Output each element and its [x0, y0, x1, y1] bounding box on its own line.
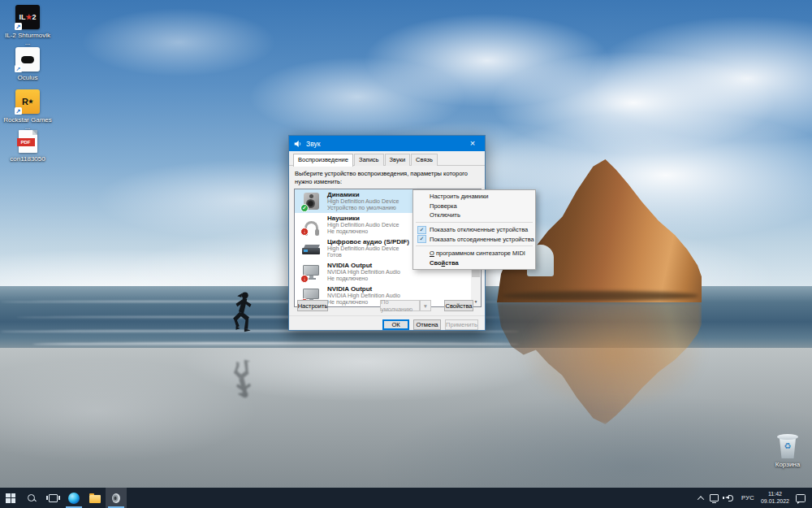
tray-chevron-up-icon[interactable] [698, 496, 704, 502]
menu-item-label: Свойства [430, 259, 459, 267]
set-default-dropdown-icon[interactable]: ▾ [420, 300, 431, 311]
taskbar-search-button[interactable] [21, 488, 42, 508]
headphones-device-icon: ↓ [295, 213, 327, 237]
task-view-button[interactable] [42, 488, 63, 508]
il2-star-icon: ★ [25, 13, 32, 21]
desktop: IL★2 ↗ IL-2 Shturmovik ... ↗ Oculus R★ ↗… [0, 0, 812, 508]
instruction-text: Выберите устройство воспроизведения, пар… [295, 170, 479, 186]
device-desc: NVIDIA High Definition Audio [327, 269, 400, 276]
runner-reflection [228, 346, 259, 400]
shortcut-arrow-icon: ↗ [15, 65, 22, 72]
menu-item-label: Отключить [430, 211, 460, 219]
pdf-badge: PDF [17, 138, 35, 146]
device-name: Наушники [327, 215, 399, 222]
il2-tile-text2: 2 [32, 13, 37, 21]
pdf-file-icon: PDF [19, 130, 37, 153]
disconnected-badge-icon: ↓ [300, 275, 309, 283]
desktop-icon-oculus[interactable]: ↗ Oculus [2, 47, 53, 81]
taskbar: РУС 11:42 09.01.2022 [0, 488, 812, 508]
desktop-icon-il2[interactable]: IL★2 ↗ IL-2 Shturmovik ... [2, 5, 53, 46]
monitor-device-icon: ↓ [295, 260, 327, 284]
menu-separator [416, 245, 533, 246]
il2-tile-text: IL [19, 13, 25, 21]
menu-item-label: Проверка [430, 202, 457, 210]
tab-communications[interactable]: Связь [411, 154, 438, 166]
ok-button[interactable]: ОК [382, 319, 409, 330]
tab-playback[interactable]: Воспроизведение [293, 154, 353, 167]
menu-item-properties[interactable]: Свойства [414, 258, 534, 268]
page-fold-icon [32, 130, 37, 135]
device-context-menu: Настроить динамики Проверка Отключить ✓ … [412, 189, 536, 270]
device-info: NVIDIA Output NVIDIA High Definition Aud… [327, 260, 400, 282]
menu-gutter: ✓ [414, 235, 430, 243]
bin-lid [777, 434, 798, 440]
desktop-icon-label: Корзина [762, 461, 812, 468]
device-desc: High Definition Audio Device [327, 245, 409, 252]
start-button[interactable] [0, 488, 21, 508]
menu-item-test[interactable]: Проверка [414, 202, 534, 211]
sound-window-icon [110, 492, 123, 505]
menu-item-label: Настроить динамики [430, 193, 488, 200]
windows-logo-icon [6, 493, 15, 503]
language-indicator[interactable]: РУС [741, 494, 754, 501]
taskbar-item-edge[interactable] [63, 488, 84, 508]
network-icon[interactable] [710, 494, 719, 501]
action-center-icon[interactable] [796, 494, 806, 502]
desktop-icon-rockstar[interactable]: R★ ↗ Rockstar Games ... [2, 89, 53, 131]
speaker-icon [294, 140, 302, 148]
menu-item-label: О программном синтезаторе MIDI [430, 250, 525, 257]
volume-icon[interactable] [725, 493, 735, 502]
taskbar-item-sound[interactable] [106, 488, 127, 508]
apply-button[interactable]: Применить [445, 319, 478, 330]
system-tray: РУС 11:42 09.01.2022 [698, 488, 812, 508]
rock-waterline-shadow [502, 291, 698, 301]
desktop-icon-recycle-bin[interactable]: ♻ Корзина [762, 434, 812, 468]
menu-item-about-midi-synth[interactable]: О программном синтезаторе MIDI [414, 249, 534, 258]
recycle-bin-icon: ♻ [777, 434, 798, 458]
menu-item-show-disabled-devices[interactable]: ✓ Показать отключенные устройства [414, 225, 534, 235]
file-explorer-icon [89, 495, 101, 503]
desktop-icon-pdf[interactable]: PDF con1183050 [2, 130, 53, 163]
oculus-logo-icon [21, 56, 34, 63]
menu-item-configure-speakers[interactable]: Настроить динамики [414, 192, 534, 202]
configure-button[interactable]: Настроить [297, 300, 328, 311]
device-status: Устройство по умолчанию [327, 205, 399, 211]
device-info: Наушники High Definition Audio Device Не… [327, 213, 399, 235]
spdif-device-icon [295, 237, 327, 260]
taskbar-item-explorer[interactable] [84, 488, 106, 508]
clock-time: 11:42 [761, 491, 789, 497]
checkmark-icon: ✓ [417, 235, 426, 243]
tab-sounds[interactable]: Звуки [385, 154, 411, 166]
desktop-icon-label: Rockstar Games ... [2, 116, 53, 131]
device-name: NVIDIA Output [327, 285, 400, 293]
device-info: Динамики High Definition Audio Device Ус… [327, 189, 399, 211]
desktop-icon-label: con1183050 [2, 155, 53, 163]
device-status: Готов [327, 252, 409, 258]
set-default-button[interactable]: По умолчанию [380, 300, 420, 311]
menu-item-label: Показать отключенные устройства [430, 226, 528, 233]
clock[interactable]: 11:42 09.01.2022 [761, 491, 789, 505]
il2-tile-icon: IL★2 ↗ [15, 5, 40, 29]
close-icon[interactable]: × [460, 136, 485, 151]
oculus-tile-icon: ↗ [15, 47, 40, 72]
desktop-icon-label: IL-2 Shturmovik ... [2, 32, 53, 46]
shortcut-arrow-icon: ↗ [15, 107, 22, 115]
menu-gutter: ✓ [414, 226, 430, 234]
tab-strip: ВоспроизведениеЗаписьЗвукиСвязь [289, 151, 485, 166]
device-status: Не подключено [327, 276, 400, 282]
device-name: Динамики [327, 191, 399, 198]
desktop-icon-label: Oculus [2, 74, 53, 81]
dialog-title: Звук [306, 140, 460, 148]
dialog-titlebar[interactable]: Звук × [289, 136, 485, 151]
device-info: Цифровое аудио (S/PDIF) High Definition … [327, 237, 409, 258]
properties-button[interactable]: Свойства [444, 300, 473, 311]
cancel-button[interactable]: Отмена [413, 319, 441, 330]
edge-browser-icon [68, 493, 80, 504]
recycle-symbol-icon: ♻ [777, 441, 798, 450]
disconnected-badge-icon: ↓ [300, 228, 309, 236]
menu-item-disable[interactable]: Отключить [414, 211, 534, 220]
menu-item-label: Показать отсоединенные устройства [430, 236, 534, 243]
golden-reflection [487, 307, 739, 470]
menu-item-show-disconnected-devices[interactable]: ✓ Показать отсоединенные устройства [414, 234, 534, 244]
tab-recording[interactable]: Запись [354, 154, 384, 166]
